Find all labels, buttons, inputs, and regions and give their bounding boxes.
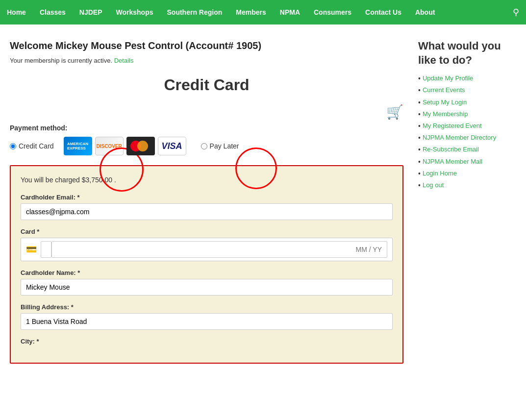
credit-card-radio[interactable]	[10, 143, 16, 149]
cardholder-email-input[interactable]	[21, 203, 393, 220]
discover-logo: DISCOVER	[95, 137, 124, 155]
cardholder-name-label: Cardholder Name: *	[21, 269, 393, 276]
sidebar-item-my-membership[interactable]: My Membership	[418, 110, 516, 119]
payment-row-wrapper: Credit Card AMERICANEXPRESS DISCOVER VIS…	[10, 137, 403, 155]
cardholder-name-group: Cardholder Name: *	[21, 269, 393, 296]
sidebar-heading: What would you like to do?	[418, 39, 516, 67]
city-group: City: *	[21, 338, 393, 345]
sidebar-item-my-registered-event[interactable]: My Registered Event	[418, 122, 516, 130]
sidebar-links: Update My Profile Current Events Setup M…	[418, 74, 516, 190]
charge-notice: You will be charged $3,750.00 .	[21, 176, 393, 184]
membership-status: Your membership is currently active. Det…	[10, 57, 403, 64]
amex-logo: AMERICANEXPRESS	[64, 137, 92, 155]
credit-card-radio-option[interactable]: Credit Card	[10, 142, 54, 150]
pay-later-radio-option[interactable]: Pay Later	[201, 142, 239, 150]
cc-title: Credit Card	[10, 76, 403, 94]
cart-icon: 🛒	[386, 104, 403, 120]
search-icon[interactable]: ⚲	[506, 0, 526, 25]
payment-method-label: Payment method:	[10, 124, 403, 132]
nav-njdep[interactable]: NJDEP	[73, 1, 109, 23]
card-number-input[interactable]	[41, 241, 51, 258]
nav-contact-us[interactable]: Contact Us	[358, 1, 408, 23]
billing-address-label: Billing Address: *	[21, 303, 393, 311]
card-number-group: Card * 💳	[21, 228, 393, 261]
nav-classes[interactable]: Classes	[33, 1, 73, 23]
sidebar-item-login-home[interactable]: Login Home	[418, 169, 516, 178]
sidebar-item-member-mall[interactable]: NJPMA Member Mall	[418, 157, 516, 166]
sidebar-box: What would you like to do? Update My Pro…	[418, 39, 516, 190]
cart-icon-area: 🛒	[10, 104, 403, 120]
welcome-title: Welcome Mickey Mouse Pest Control (Accou…	[10, 39, 403, 52]
membership-details-link[interactable]: Details	[114, 57, 134, 64]
nav-workshops[interactable]: Workshops	[109, 1, 160, 23]
sidebar-item-logout[interactable]: Log out	[418, 181, 516, 190]
cardholder-email-group: Cardholder Email: *	[21, 194, 393, 220]
nav-members[interactable]: Members	[229, 1, 273, 23]
pay-later-radio[interactable]	[201, 143, 207, 149]
cardholder-name-input[interactable]	[21, 279, 393, 296]
card-input-row: 💳	[21, 238, 393, 261]
billing-address-input[interactable]	[21, 313, 393, 330]
nav-npma[interactable]: NPMA	[273, 1, 307, 23]
sidebar-item-update-profile[interactable]: Update My Profile	[418, 74, 516, 83]
nav-about[interactable]: About	[408, 1, 442, 23]
city-label: City: *	[21, 338, 393, 345]
sidebar-item-resubscribe-email[interactable]: Re-Subscribe Email	[418, 145, 516, 154]
card-logos: AMERICANEXPRESS DISCOVER VISA	[64, 137, 186, 155]
card-label: Card *	[21, 228, 393, 235]
card-chip-icon: 💳	[26, 244, 37, 255]
billing-address-group: Billing Address: *	[21, 303, 393, 330]
page-wrapper: Welcome Mickey Mouse Pest Control (Accou…	[0, 25, 526, 378]
sidebar-item-current-events[interactable]: Current Events	[418, 86, 516, 95]
nav-southern-region[interactable]: Southern Region	[160, 1, 229, 23]
mastercard-logo	[126, 137, 155, 155]
sidebar-item-setup-login[interactable]: Setup My Login	[418, 98, 516, 107]
payment-form-box: You will be charged $3,750.00 . Cardhold…	[10, 165, 403, 364]
main-content: Welcome Mickey Mouse Pest Control (Accou…	[10, 39, 403, 364]
sidebar-item-member-directory[interactable]: NJPMA Member Directory	[418, 133, 516, 142]
payment-options: Credit Card AMERICANEXPRESS DISCOVER VIS…	[10, 137, 403, 155]
sidebar: What would you like to do? Update My Pro…	[418, 39, 516, 364]
nav-consumers[interactable]: Consumers	[307, 1, 358, 23]
visa-logo: VISA	[158, 137, 186, 155]
main-nav: Home Classes NJDEP Workshops Southern Re…	[0, 0, 526, 25]
cardholder-email-label: Cardholder Email: *	[21, 194, 393, 201]
nav-home[interactable]: Home	[0, 1, 33, 23]
card-expiry-input[interactable]	[51, 241, 387, 258]
